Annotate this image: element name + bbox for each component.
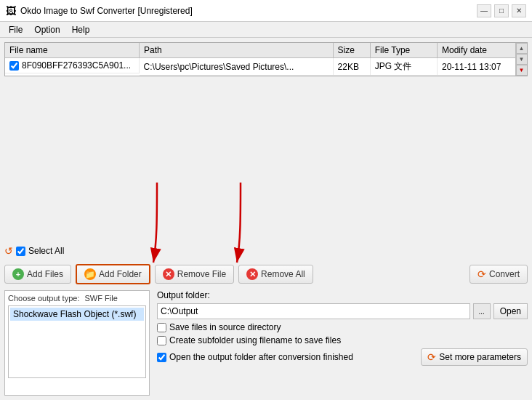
- select-all-checkbox[interactable]: [16, 247, 25, 256]
- filename-text: 8F090BFF276393C5A901...: [22, 60, 131, 71]
- maximize-button[interactable]: □: [494, 4, 509, 17]
- cell-size: 22KB: [333, 58, 370, 76]
- output-type-panel: Choose output type: SWF File Shockwave F…: [4, 290, 150, 396]
- output-folder-input-row: ... Open: [157, 303, 528, 319]
- title-bar-left: 🖼 Okdo Image to Swf Converter [Unregiste…: [6, 5, 193, 17]
- create-subfolder-label: Create subfolder using filename to save …: [169, 335, 341, 345]
- title-bar-controls: — □ ✕: [477, 4, 526, 17]
- browse-button[interactable]: ...: [473, 303, 491, 319]
- buttons-row: + Add Files 📁 Add Folder ✕ Remove File ✕…: [4, 263, 528, 286]
- save-in-source-label: Save files in source directory: [169, 322, 281, 332]
- remove-all-label: Remove All: [261, 269, 305, 279]
- set-more-params-button[interactable]: ⟳ Set more parameters: [421, 348, 528, 366]
- set-params-label: Set more parameters: [439, 352, 521, 362]
- open-button[interactable]: Open: [493, 303, 528, 319]
- refresh-icon[interactable]: ↺: [4, 245, 13, 257]
- add-folder-button[interactable]: 📁 Add Folder: [76, 264, 150, 284]
- add-files-button[interactable]: + Add Files: [4, 265, 71, 284]
- table-row: 8F090BFF276393C5A901... C:\Users\pc\Pict…: [5, 58, 527, 76]
- convert-icon: ⟳: [477, 268, 486, 280]
- output-folder-input[interactable]: [157, 303, 470, 319]
- menu-file[interactable]: File: [3, 23, 28, 36]
- open-after-checkbox[interactable]: [157, 353, 166, 362]
- row-checkbox[interactable]: [9, 61, 19, 71]
- minimize-button[interactable]: —: [477, 4, 491, 17]
- file-table: File name Path Size File Type Modify dat…: [5, 43, 527, 76]
- add-folder-icon: 📁: [84, 268, 96, 280]
- create-subfolder-checkbox[interactable]: [157, 336, 166, 345]
- cell-path: C:\Users\pc\Pictures\Saved Pictures\...: [140, 58, 333, 76]
- convert-label: Convert: [489, 269, 520, 279]
- save-in-source-row: Save files in source directory: [157, 322, 528, 332]
- output-type-label: Choose output type: SWF File: [8, 294, 146, 303]
- scroll-bottom[interactable]: ▼: [516, 65, 528, 76]
- remove-file-button[interactable]: ✕ Remove File: [155, 265, 234, 284]
- select-all-label: Select All: [28, 246, 64, 256]
- output-folder-label: Output folder:: [157, 290, 210, 300]
- create-subfolder-row: Create subfolder using filename to save …: [157, 335, 528, 345]
- select-all-row: ↺ Select All: [4, 244, 528, 258]
- menu-option[interactable]: Option: [28, 23, 65, 36]
- remove-all-icon: ✕: [246, 268, 258, 280]
- cell-filename: 8F090BFF276393C5A901...: [5, 58, 140, 73]
- buttons-wrapper: + Add Files 📁 Add Folder ✕ Remove File ✕…: [4, 263, 528, 286]
- convert-button[interactable]: ⟳ Convert: [469, 265, 528, 284]
- scrollbar[interactable]: ▲ ▼ ▼: [515, 43, 527, 76]
- save-in-source-checkbox[interactable]: [157, 323, 166, 332]
- col-header-modify: Modify date: [438, 43, 527, 58]
- set-params-icon: ⟳: [427, 351, 436, 363]
- add-files-icon: +: [12, 268, 24, 280]
- cell-filetype: JPG 文件: [370, 58, 437, 76]
- remove-all-button[interactable]: ✕ Remove All: [238, 265, 313, 284]
- open-after-row: Open the output folder after conversion …: [157, 352, 353, 362]
- menu-bar: File Option Help: [0, 22, 532, 38]
- bottom-panel: Choose output type: SWF File Shockwave F…: [4, 290, 528, 396]
- close-button[interactable]: ✕: [512, 4, 526, 17]
- app-title: Okdo Image to Swf Converter [Unregistere…: [20, 6, 193, 16]
- title-bar: 🖼 Okdo Image to Swf Converter [Unregiste…: [0, 0, 532, 22]
- cell-modify: 20-11-11 13:07: [438, 58, 527, 76]
- last-row: Open the output folder after conversion …: [157, 348, 528, 366]
- file-table-container: File name Path Size File Type Modify dat…: [4, 42, 528, 76]
- col-header-size: Size: [333, 43, 370, 58]
- output-type-item[interactable]: Shockwave Flash Object (*.swf): [10, 308, 144, 321]
- output-settings-panel: Output folder: ... Open Save files in so…: [157, 290, 528, 396]
- col-header-filename: File name: [5, 43, 140, 58]
- menu-help[interactable]: Help: [66, 23, 96, 36]
- col-header-path: Path: [140, 43, 333, 58]
- main-content: File name Path Size File Type Modify dat…: [0, 38, 532, 400]
- scroll-up[interactable]: ▲: [516, 43, 528, 54]
- scroll-down[interactable]: ▼: [516, 54, 528, 65]
- remove-file-label: Remove File: [177, 269, 226, 279]
- add-folder-label: Add Folder: [99, 269, 142, 279]
- output-type-list[interactable]: Shockwave Flash Object (*.swf): [8, 305, 146, 378]
- file-table-wrapper: File name Path Size File Type Modify dat…: [4, 42, 528, 239]
- app-icon: 🖼: [6, 5, 16, 17]
- add-files-label: Add Files: [27, 269, 63, 279]
- remove-file-icon: ✕: [163, 268, 174, 280]
- col-header-filetype: File Type: [370, 43, 437, 58]
- open-after-label: Open the output folder after conversion …: [169, 352, 353, 362]
- output-folder-row: Output folder:: [157, 290, 528, 300]
